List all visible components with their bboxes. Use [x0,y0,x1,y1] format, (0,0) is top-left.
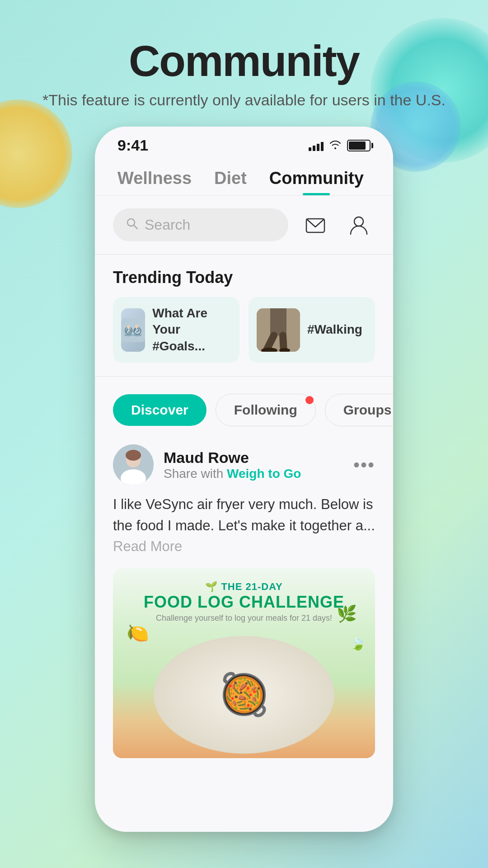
post-section: Maud Rowe Share with Weigh to Go ••• I l… [95,435,393,767]
search-bar[interactable]: Search [113,208,288,241]
food-decoration-1: 🍋 [127,623,149,644]
food-decoration-2: 🌿 [337,604,357,623]
trending-card-1[interactable]: #Walking [249,297,375,363]
trending-section: Trending Today [95,255,393,372]
search-placeholder: Search [145,217,190,233]
filter-tab-following[interactable]: Following [216,394,316,426]
trending-card-1-text: #Walking [307,321,362,338]
svg-point-3 [354,217,363,226]
tab-wellness[interactable]: Wellness [117,169,192,195]
search-icon [126,217,138,233]
food-decoration-3: 🍃 [350,636,366,651]
post-content: I like VeSync air fryer very much. Below… [113,494,375,557]
read-more-link[interactable]: Read More [113,538,182,554]
tab-diet[interactable]: Diet [214,169,247,195]
trending-card-1-image [257,308,300,352]
page-subtitle: *This feature is currently only availabl… [0,91,488,109]
status-icons [309,139,371,152]
filter-tab-groups[interactable]: Groups [325,394,393,426]
trending-card-0-text: What Are Your #Goals... [152,305,231,354]
following-notification-dot [305,396,314,404]
trending-cards: What Are Your #Goals... #Wa [113,297,375,363]
phone-mockup: 9:41 Wellness D [95,127,393,832]
post-username: Maud Rowe [164,449,301,467]
challenge-title: FOOD LOG CHALLENGE [144,593,344,612]
post-group-link[interactable]: Weigh to Go [227,467,301,481]
status-bar: 9:41 [95,127,393,160]
status-time: 9:41 [117,137,148,154]
signal-icon [309,140,324,151]
mail-button[interactable] [299,209,332,241]
page-header: Community *This feature is currently onl… [0,0,488,123]
post-user-details: Maud Rowe Share with Weigh to Go [164,449,301,481]
filter-area: Discover Following Groups [95,381,393,435]
svg-rect-13 [270,308,286,335]
page-title: Community [0,36,488,86]
profile-button[interactable] [343,209,375,241]
post-header: Maud Rowe Share with Weigh to Go ••• [113,444,375,485]
trending-card-0-image [121,308,145,352]
food-emoji: 🥘 [219,671,269,718]
post-group: Share with Weigh to Go [164,467,301,481]
battery-icon [347,140,371,151]
svg-line-1 [134,226,138,229]
filter-tab-discover[interactable]: Discover [113,394,206,426]
post-user-info: Maud Rowe Share with Weigh to Go [113,444,301,485]
food-plate: 🥘 [149,636,339,758]
challenge-days: 🌱 THE 21-DAY [144,581,344,593]
trending-card-0[interactable]: What Are Your #Goals... [113,297,239,363]
search-area: Search [95,196,393,254]
svg-point-0 [127,219,135,226]
challenge-header: 🌱 THE 21-DAY FOOD LOG CHALLENGE Challeng… [130,568,358,623]
wifi-icon [329,139,342,152]
trending-title: Trending Today [113,268,375,287]
challenge-subtitle: Challenge yourself to log your meals for… [144,613,344,623]
tab-community[interactable]: Community [269,169,364,195]
avatar [113,444,154,485]
svg-point-10 [127,325,131,329]
post-more-button[interactable]: ••• [353,455,375,475]
svg-point-11 [135,324,138,328]
plate-circle: 🥘 [154,636,334,754]
nav-tabs: Wellness Diet Community [95,160,393,195]
filter-tabs: Discover Following Groups [113,394,375,426]
svg-point-19 [126,450,141,461]
post-image: 🌱 THE 21-DAY FOOD LOG CHALLENGE Challeng… [113,568,375,758]
trending-separator [95,376,393,377]
